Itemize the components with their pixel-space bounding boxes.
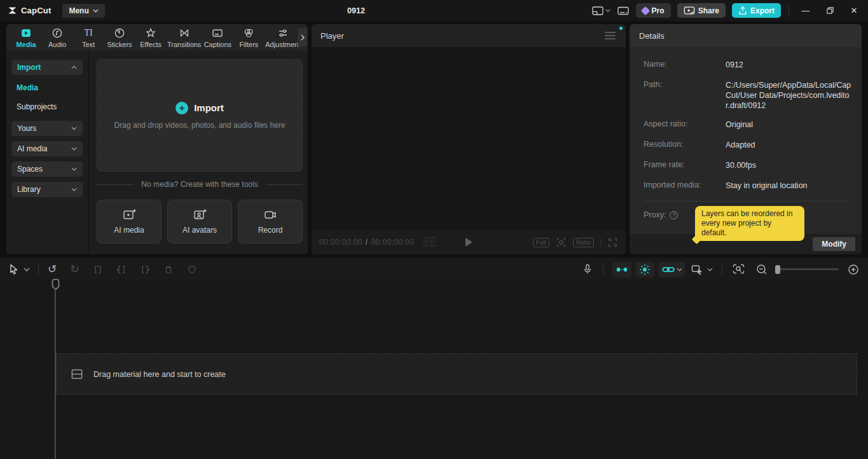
- zoom-view-icon[interactable]: [556, 237, 567, 248]
- titlebar-right: Pro Share Export —: [591, 0, 868, 21]
- minimize-button[interactable]: —: [797, 0, 815, 21]
- modify-button[interactable]: Modify: [813, 237, 855, 251]
- import-hint: Drag and drop videos, photos, and audio …: [114, 121, 286, 130]
- tab-text[interactable]: TI Text: [78, 27, 99, 48]
- media-sidebar: Import Media Subprojects Yours AI media …: [6, 51, 89, 254]
- player-panel: Player 00:00:00:00 / 00:00:00:00 Full: [312, 24, 626, 254]
- sidebar-item-import[interactable]: Import: [11, 60, 83, 75]
- timeline-toolbar: ↺ ↻: [0, 257, 868, 281]
- player-menu-icon[interactable]: [605, 32, 616, 39]
- sidebar-item-spaces[interactable]: Spaces: [11, 161, 83, 177]
- undo-button[interactable]: ↺: [48, 264, 57, 275]
- slider-thumb[interactable]: [775, 265, 780, 274]
- chevron-down-icon: [93, 9, 99, 13]
- capcut-logo-icon: [8, 6, 17, 15]
- track-media-icon: [71, 369, 83, 380]
- player-status-dot: [619, 27, 623, 30]
- delete-left-button[interactable]: [116, 264, 127, 275]
- player-view-controls: Full Ratio: [533, 237, 618, 248]
- capcut-logo: CapCut: [8, 6, 51, 15]
- split-button[interactable]: [93, 264, 103, 275]
- tab-transitions[interactable]: Transitions: [171, 27, 197, 48]
- full-badge[interactable]: Full: [533, 238, 549, 247]
- magnet-icon: [616, 264, 628, 275]
- timeline-zoom-slider[interactable]: [775, 265, 839, 274]
- slider-track: [775, 268, 839, 270]
- filters-tab-icon: [242, 27, 255, 39]
- delete-button[interactable]: [163, 264, 174, 275]
- chevron-down-icon: [71, 167, 77, 171]
- details-divider: [644, 201, 848, 202]
- frame-preview-icon: [423, 236, 436, 248]
- tab-effects[interactable]: Effects: [140, 27, 162, 48]
- detail-row-aspect-ratio: Aspect ratio: Original: [644, 120, 853, 130]
- fullscreen-icon[interactable]: [607, 237, 618, 248]
- share-button[interactable]: Share: [677, 3, 726, 18]
- chevron-down-icon: [707, 268, 713, 271]
- voiceover-mic-icon[interactable]: [582, 263, 593, 275]
- close-button[interactable]: ✕: [845, 0, 863, 21]
- menu-button[interactable]: Menu: [62, 4, 104, 18]
- sidebar-item-library[interactable]: Library: [11, 182, 83, 197]
- ai-avatars-icon: [193, 208, 207, 222]
- media-content: + Import Drag and drop videos, photos, a…: [90, 51, 308, 254]
- controls-separator: [600, 238, 601, 246]
- tab-adjustment[interactable]: Adjustment: [269, 27, 296, 48]
- delete-right-button[interactable]: [140, 264, 150, 275]
- tools-divider-text: No media? Create with these tools: [141, 180, 258, 189]
- ai-media-card[interactable]: AI media: [97, 200, 162, 243]
- transitions-tab-icon: [178, 27, 191, 39]
- effects-tab-icon: [144, 27, 157, 39]
- pro-gem-icon: [641, 6, 650, 15]
- link-toggle[interactable]: [658, 262, 685, 277]
- timeline-area[interactable]: Drag material here and start to create: [0, 281, 868, 459]
- tab-media[interactable]: Media: [15, 27, 37, 48]
- tab-audio[interactable]: Audio: [46, 27, 68, 48]
- record-card[interactable]: Record: [238, 200, 303, 243]
- ai-avatars-card[interactable]: AI avatars: [167, 200, 232, 243]
- timeline-toolbar-right: [582, 257, 859, 281]
- pro-button[interactable]: Pro: [636, 3, 671, 18]
- find-clip-icon[interactable]: [733, 264, 745, 275]
- tab-captions[interactable]: Captions: [207, 27, 228, 48]
- tools-divider: No media? Create with these tools: [97, 180, 303, 189]
- export-button[interactable]: Export: [732, 3, 781, 18]
- timecode: 00:00:00:00 / 00:00:00:00: [319, 238, 414, 247]
- restore-button[interactable]: [821, 0, 839, 21]
- cover-shield-icon[interactable]: [187, 264, 197, 275]
- asset-tab-strip: Media Audio TI Text Stickers: [6, 24, 308, 51]
- tab-filters[interactable]: Filters: [238, 27, 259, 48]
- chevron-up-icon: [71, 65, 77, 69]
- tabs-overflow-button[interactable]: [298, 28, 307, 47]
- details-panel: Details Name: 0912 Path: C:/Users/Super/…: [630, 24, 862, 254]
- detail-row-frame-rate: Frame rate: 30.00fps: [644, 160, 853, 170]
- timeline-toolbar-left: ↺ ↻: [9, 257, 197, 281]
- auto-pack-toggle[interactable]: [635, 262, 654, 277]
- sidebar-item-yours[interactable]: Yours: [11, 121, 83, 136]
- redo-button[interactable]: ↻: [70, 264, 79, 275]
- detail-row-imported-media: Imported media: Stay in original locatio…: [644, 181, 853, 191]
- playhead-handle[interactable]: [52, 278, 60, 291]
- chevron-down-icon: [71, 188, 77, 191]
- import-dropzone[interactable]: + Import Drag and drop videos, photos, a…: [97, 59, 303, 172]
- shortcut-panel-button[interactable]: [617, 5, 630, 17]
- sidebar-item-media[interactable]: Media: [17, 83, 88, 93]
- sidebar-item-subprojects[interactable]: Subprojects: [17, 102, 88, 112]
- divider-line: [266, 184, 303, 185]
- zoom-out-button[interactable]: [756, 264, 768, 275]
- timeline-drop-area[interactable]: Drag material here and start to create: [56, 353, 857, 395]
- magnetic-snap-toggle[interactable]: [612, 262, 631, 277]
- ratio-badge[interactable]: Ratio: [573, 238, 594, 247]
- play-button[interactable]: [464, 237, 473, 247]
- tab-stickers[interactable]: Stickers: [109, 27, 130, 48]
- cursor-tool-chevron-icon[interactable]: [24, 268, 30, 271]
- zoom-in-button[interactable]: [848, 264, 859, 275]
- layout-switch-button[interactable]: [591, 5, 610, 17]
- preview-axis-button[interactable]: [691, 264, 713, 275]
- help-icon[interactable]: ?: [670, 211, 678, 219]
- detail-row-name: Name: 0912: [644, 60, 853, 70]
- cursor-tool-icon[interactable]: [9, 264, 19, 275]
- sidebar-item-ai-media[interactable]: AI media: [11, 141, 83, 156]
- chevron-down-icon: [605, 9, 610, 12]
- restore-icon: [826, 6, 834, 15]
